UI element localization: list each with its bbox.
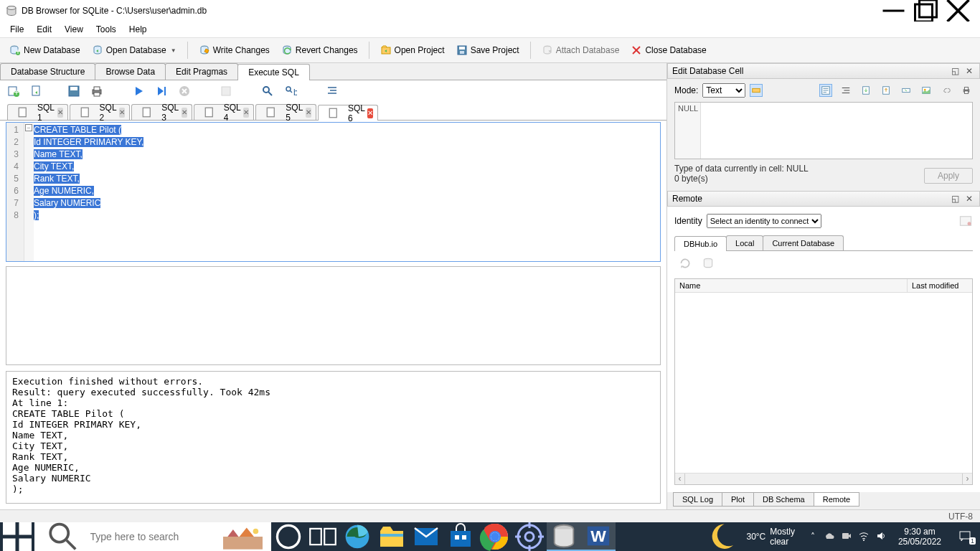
bottom-tab-db-schema[interactable]: DB Schema: [753, 492, 814, 507]
tray-clock[interactable]: 9:30 am 25/05/2022: [892, 527, 947, 547]
weather-widget[interactable]: 30°C Mostly clear: [699, 519, 802, 551]
file-explorer-icon[interactable]: [374, 522, 409, 551]
cell-text-area[interactable]: NULL: [674, 102, 973, 159]
remote-tab-local[interactable]: Local: [726, 235, 763, 250]
refresh-icon[interactable]: [679, 257, 692, 270]
sql-editor[interactable]: − 12345678 CREATE TABLE Pilot (Id INTEGE…: [6, 122, 661, 262]
search-input[interactable]: [90, 531, 216, 542]
import-icon[interactable]: [859, 84, 872, 97]
text-mode-icon[interactable]: [819, 84, 832, 97]
save-project-button[interactable]: Save Project: [451, 42, 524, 59]
db-browser-taskbar-icon[interactable]: [547, 522, 581, 551]
open-sql-file-icon[interactable]: [30, 85, 43, 98]
new-sql-tab-icon[interactable]: +: [7, 85, 20, 98]
mail-icon[interactable]: [409, 522, 443, 551]
remote-tab-current[interactable]: Current Database: [763, 235, 844, 250]
close-tab-icon[interactable]: ✕: [182, 108, 187, 118]
close-tab-icon[interactable]: ✕: [57, 108, 63, 118]
results-grid[interactable]: [6, 266, 661, 365]
stop-icon[interactable]: [178, 85, 191, 98]
svg-rect-99: [842, 533, 849, 539]
mode-select[interactable]: Text: [702, 83, 745, 98]
bottom-tab-remote[interactable]: Remote: [814, 492, 860, 507]
find-replace-icon[interactable]: b: [284, 85, 297, 98]
task-view-icon[interactable]: [306, 522, 340, 551]
sql-tab-5[interactable]: SQL 5✕: [255, 104, 316, 120]
remote-tab-dbhub[interactable]: DBHub.io: [674, 236, 727, 251]
edit-cell-title: Edit Database Cell: [672, 66, 743, 76]
print-cell-icon[interactable]: [960, 84, 973, 97]
push-db-icon[interactable]: [702, 257, 715, 270]
chrome-icon[interactable]: [478, 522, 512, 551]
maximize-button[interactable]: [910, 0, 942, 22]
start-button[interactable]: [0, 522, 34, 551]
output-log[interactable]: Execution finished without errors. Resul…: [6, 371, 661, 504]
indent-icon[interactable]: [326, 85, 339, 98]
notification-icon[interactable]: 1: [953, 529, 977, 545]
close-icon[interactable]: ✕: [963, 194, 975, 204]
sql-tab-4[interactable]: SQL 4✕: [194, 104, 255, 120]
sql-tab-3[interactable]: SQL 3✕: [131, 104, 192, 120]
link-icon[interactable]: [940, 84, 953, 97]
close-tab-icon[interactable]: ✕: [119, 108, 125, 118]
tray-meet-icon[interactable]: [841, 530, 852, 544]
new-database-button[interactable]: + New Database: [4, 42, 85, 59]
remote-list[interactable]: Name Last modified ‹ ›: [674, 278, 973, 485]
run-icon[interactable]: [132, 85, 145, 98]
horizontal-scrollbar[interactable]: ‹ ›: [675, 473, 972, 484]
bottom-tab-sql-log[interactable]: SQL Log: [673, 492, 722, 507]
menu-help[interactable]: Help: [123, 23, 153, 36]
apply-button[interactable]: Apply: [924, 168, 973, 184]
tray-wifi-icon[interactable]: [858, 530, 870, 544]
save-results-icon[interactable]: [220, 85, 232, 98]
save-sql-icon[interactable]: [67, 85, 80, 98]
run-line-icon[interactable]: [155, 85, 168, 98]
open-database-button[interactable]: Open Database ▼: [87, 42, 182, 59]
menu-edit[interactable]: Edit: [31, 23, 57, 36]
minimize-button[interactable]: [877, 0, 910, 22]
editor-content[interactable]: CREATE TABLE Pilot (Id INTEGER PRIMARY K…: [34, 123, 660, 261]
tab-browse-data[interactable]: Browse Data: [95, 63, 166, 80]
undock-icon[interactable]: ◱: [949, 194, 961, 204]
tray-chevron-icon[interactable]: ˄: [808, 532, 818, 542]
close-icon[interactable]: ✕: [963, 66, 975, 76]
taskbar-search[interactable]: [34, 522, 271, 551]
cortana-icon[interactable]: [271, 522, 306, 551]
write-changes-button[interactable]: Write Changes: [194, 42, 275, 59]
menu-tools[interactable]: Tools: [90, 23, 122, 36]
sql-tab-6[interactable]: SQL 6✕: [318, 105, 379, 121]
close-tab-icon[interactable]: ✕: [367, 108, 373, 118]
indent-mode-icon[interactable]: [839, 84, 852, 97]
store-icon[interactable]: [443, 522, 478, 551]
close-button[interactable]: [942, 0, 974, 22]
revert-changes-button[interactable]: Revert Changes: [276, 42, 363, 59]
tab-execute-sql[interactable]: Execute SQL: [237, 64, 310, 80]
sql-tab-1[interactable]: SQL 1✕: [7, 104, 68, 120]
image-mode-icon[interactable]: [920, 84, 933, 97]
export-icon[interactable]: [880, 84, 892, 97]
find-icon[interactable]: [261, 85, 274, 98]
tab-edit-pragmas[interactable]: Edit Pragmas: [165, 63, 238, 80]
menu-file[interactable]: File: [4, 23, 29, 36]
menu-view[interactable]: View: [59, 23, 89, 36]
undock-icon[interactable]: ◱: [949, 66, 961, 76]
tab-database-structure[interactable]: Database Structure: [0, 63, 95, 80]
tray-volume-icon[interactable]: [875, 530, 887, 544]
auto-switch-icon[interactable]: [750, 84, 763, 97]
identity-select[interactable]: Select an identity to connect: [707, 214, 821, 228]
edge-icon[interactable]: [340, 522, 374, 551]
settings-icon[interactable]: [512, 522, 547, 551]
close-database-button[interactable]: Close Database: [626, 42, 711, 59]
close-tab-icon[interactable]: ✕: [243, 108, 249, 118]
print-icon[interactable]: [90, 85, 103, 98]
close-tab-icon[interactable]: ✕: [306, 108, 311, 118]
attach-database-button[interactable]: Attach Database: [537, 42, 625, 59]
open-project-button[interactable]: Open Project: [375, 42, 450, 59]
word-taskbar-icon[interactable]: W: [581, 522, 616, 551]
sql-tab-2[interactable]: SQL 2✕: [70, 104, 131, 120]
set-null-icon[interactable]: [900, 84, 913, 97]
bottom-tab-plot[interactable]: Plot: [722, 492, 754, 507]
svg-rect-16: [460, 51, 464, 54]
tray-onedrive-icon[interactable]: [824, 530, 835, 544]
certificate-icon[interactable]: [958, 214, 973, 228]
